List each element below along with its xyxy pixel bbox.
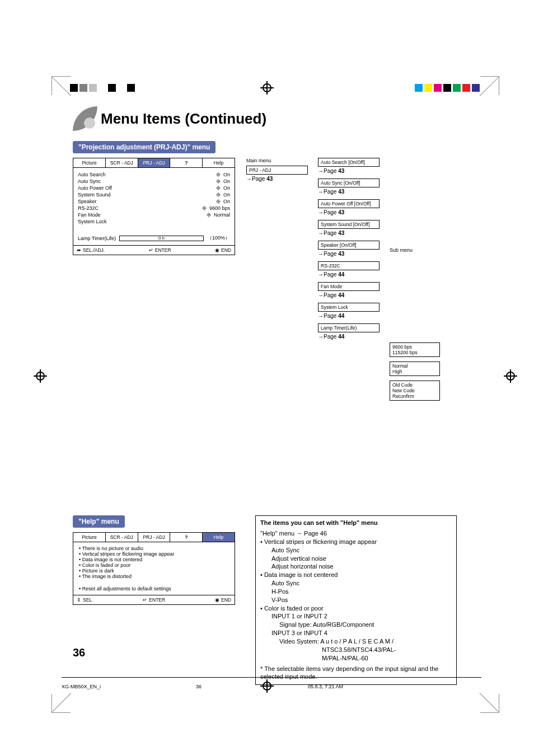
osd-tab: Picture xyxy=(73,158,106,167)
footer-end: ◉ END xyxy=(215,597,231,603)
reg-swatch xyxy=(137,84,144,92)
reg-swatch xyxy=(127,84,135,92)
page-number: 36 xyxy=(73,646,85,659)
tree-pageref: →Page 43 xyxy=(318,230,380,236)
prj-adj-section-label: "Projection adjustment (PRJ-ADJ)" menu xyxy=(73,141,216,153)
osd-row: Auto Power OffOn xyxy=(78,185,230,191)
osd-row: RS-232C9600 bps xyxy=(78,205,230,212)
reg-swatch xyxy=(118,84,125,92)
reg-swatch xyxy=(89,84,97,92)
help-b2: Data image is not centered xyxy=(260,571,452,579)
osd-row: Auto SearchOn xyxy=(78,171,230,178)
osd-tab: ? xyxy=(170,158,203,167)
help-osd-item: Data image is not centered xyxy=(79,557,229,562)
footer-end: ◉ END xyxy=(215,247,231,253)
footer-sel: ⬌ SEL./ADJ. xyxy=(77,247,105,253)
tree-pageref: →Page 44 xyxy=(318,271,380,278)
tree-pageref: →Page 43 xyxy=(318,168,380,174)
crop-mark xyxy=(480,76,499,95)
osd-row: Fan ModeNormal xyxy=(78,212,230,218)
side-crosshair-icon xyxy=(34,369,47,383)
tree-node: Auto Search [On/Off] xyxy=(318,158,380,167)
tree-pageref: →Page 43 xyxy=(318,189,380,195)
tree-node: Lamp Timer(Life) xyxy=(318,323,380,332)
reg-swatch xyxy=(462,84,470,92)
help-reset: Reset all adjustments to default setting… xyxy=(79,586,229,591)
help-osd-item: The image is distorted xyxy=(79,574,229,579)
osd-tab: PRJ - ADJ xyxy=(138,533,171,542)
reg-swatch xyxy=(424,84,432,92)
help-intro: "Help" menu → Page 46 xyxy=(260,529,452,538)
help-osd-item: Picture is dark xyxy=(79,568,229,574)
reg-swatch xyxy=(108,84,116,92)
osd-tab: Help xyxy=(203,158,235,167)
reg-swatch xyxy=(472,84,480,92)
lamp-bar: 0 h xyxy=(119,236,204,241)
tree-node: Fan Mode xyxy=(318,282,380,291)
tree-node: Speaker [On/Off] xyxy=(318,241,380,250)
help-b1: Vertical stripes or flickering image app… xyxy=(260,538,452,546)
help-items-box: The items you can set with "Help" menu "… xyxy=(255,515,457,685)
tree-sub-label: Sub menu xyxy=(390,247,440,253)
osd-tab: Picture xyxy=(73,533,106,542)
tree-root: PRJ - ADJ xyxy=(246,166,308,175)
reg-swatch xyxy=(415,84,423,92)
tree-pageref: →Page 43 xyxy=(318,209,380,215)
tree-sub-node: Old CodeNew CodeReconfirm xyxy=(390,381,440,401)
tree-pageref: →Page 44 xyxy=(318,334,380,340)
reg-swatch xyxy=(99,84,106,92)
osd-row: Auto SyncOn xyxy=(78,178,230,185)
reg-swatch xyxy=(79,84,87,92)
help-section-label: "Help" menu xyxy=(73,515,125,528)
tree-main-label: Main menu xyxy=(246,158,308,163)
footer-enter: ↵ ENTER xyxy=(143,597,165,603)
lamp-label: Lamp Timer(Life) xyxy=(78,236,116,241)
osd-row: System Lock xyxy=(78,218,230,225)
osd-tab: SCR - ADJ xyxy=(106,158,138,167)
page-title: Menu Items (Continued) xyxy=(101,110,266,128)
center-crosshair-icon xyxy=(260,81,274,95)
osd-tab: ? xyxy=(170,533,203,542)
tree-pageref: →Page 44 xyxy=(318,313,380,319)
menu-tree: Main menu PRJ - ADJ →Page 43 Auto Search… xyxy=(246,158,440,426)
tree-node: Auto Power Off [On/Off] xyxy=(318,199,380,208)
footer-sel: ⇕ SEL. xyxy=(77,597,93,603)
reg-swatch xyxy=(443,84,451,92)
tree-node: RS-232C xyxy=(318,261,380,270)
osd-row: System SoundOn xyxy=(78,191,230,198)
help-osd-item: Color is faded or poor xyxy=(79,562,229,568)
footer-enter: ↵ ENTER xyxy=(149,247,171,253)
osd-tab: SCR - ADJ xyxy=(106,533,138,542)
tree-pageref: →Page 43 xyxy=(246,176,308,182)
help-osd: PictureSCR - ADJPRJ - ADJ?Help There is … xyxy=(73,532,235,605)
reg-swatch xyxy=(70,84,78,92)
prj-adj-osd: PictureSCR - ADJPRJ - ADJ?Help Auto Sear… xyxy=(73,158,235,255)
osd-tab: Help xyxy=(203,533,235,542)
tree-sub-node: 9600 bps115200 bps xyxy=(390,342,440,357)
osd-tab: PRJ - ADJ xyxy=(138,158,171,167)
footer-crosshair-icon xyxy=(260,679,274,693)
side-crosshair-icon xyxy=(504,369,517,383)
crop-mark xyxy=(480,694,499,713)
crop-mark xyxy=(51,76,71,95)
reg-swatch xyxy=(453,84,461,92)
osd-row: SpeakerOn xyxy=(78,198,230,205)
tree-node: System Sound [On/Off] xyxy=(318,220,380,229)
reg-swatch xyxy=(434,84,442,92)
tree-pageref: →Page 43 xyxy=(318,251,380,257)
help-b3: Color is faded or poor xyxy=(260,604,452,613)
help-note: * The selectable items vary depending on… xyxy=(260,665,452,682)
title-bullet-icon xyxy=(73,106,97,131)
help-osd-item: There is no picture or audio xyxy=(79,546,229,551)
tree-node: Auto Sync [On/Off] xyxy=(318,179,380,187)
tree-node: System Lock xyxy=(318,303,380,312)
help-items-title: The items you can set with "Help" menu xyxy=(260,519,452,526)
tree-pageref: →Page 44 xyxy=(318,292,380,298)
tree-sub-node: NormalHigh xyxy=(390,361,440,376)
help-osd-item: Vertical stripes or flickering image app… xyxy=(79,551,229,557)
crop-mark xyxy=(51,694,71,713)
footer-rule xyxy=(62,677,481,678)
